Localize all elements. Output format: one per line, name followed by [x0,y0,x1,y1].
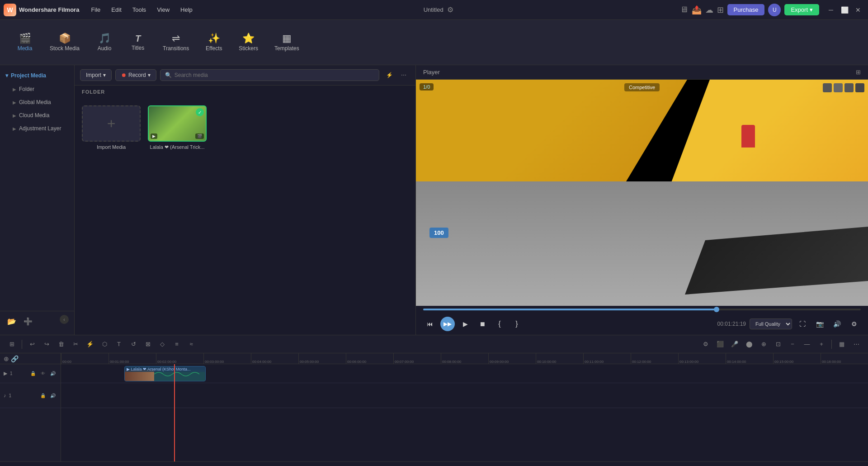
track-1-lock-button[interactable]: 🔒 [29,370,37,378]
record-button[interactable]: ⏺ Record ▾ [115,69,156,81]
text-button[interactable]: T [113,338,125,351]
export-button[interactable]: Export ▾ [784,4,819,15]
collapse-sidebar-button[interactable]: ‹ [60,315,69,324]
bracket-right-icon[interactable]: } [510,317,524,331]
ruler-mark-7: 00:07:00:00 [393,353,441,364]
ripple-button[interactable]: ⚡ [84,338,96,351]
redo-button[interactable]: ↪ [40,338,53,351]
zoom-dash-button[interactable]: — [801,338,813,351]
media-toolbar: Import ▾ ⏺ Record ▾ 🔍 ⚡ ⋯ [75,65,415,86]
sidebar-header-project-media[interactable]: ▾ Project Media [0,69,74,82]
menu-file[interactable]: File [86,5,105,15]
menu-help[interactable]: Help [176,5,197,15]
video-clip-1[interactable]: ▶ Lalala ❤ Arsenal (KShot Monta... [124,366,206,381]
cut-button[interactable]: ✂ [69,338,82,351]
filter-button[interactable]: ⚡ [383,69,396,81]
menu-view[interactable]: View [152,5,174,15]
crop-button[interactable]: ⬡ [98,338,111,351]
speed-button[interactable]: ↺ [127,338,140,351]
marker-button[interactable]: ⬛ [714,338,726,351]
zoom-out-button[interactable]: − [786,338,799,351]
share-icon[interactable]: 📤 [692,5,702,15]
transitions-icon: ⇌ [172,33,180,43]
add-to-timeline-button[interactable]: ⊕ [4,355,9,362]
toolbar-item-stickers[interactable]: ⭐ Stickers [231,30,265,55]
subtitle-button[interactable]: ⊡ [772,338,784,351]
import-media-card[interactable]: + Import Media [82,105,141,150]
keyframe-button[interactable]: ≈ [185,338,198,351]
ruler-mark-16: 00:16:00:00 [821,353,868,364]
ruler-mark-9: 00:09:00:00 [488,353,536,364]
sidebar-item-folder[interactable]: ▶ Folder [2,83,72,95]
track-1-eye-button[interactable]: 👁 [39,370,47,378]
menu-edit[interactable]: Edit [107,5,126,15]
toolbar-item-templates[interactable]: ▦ Templates [267,30,307,55]
close-button[interactable]: ✕ [852,4,864,16]
voiceover-button[interactable]: 🎤 [728,338,741,351]
toolbar-item-transitions[interactable]: ⇌ Transitions [156,30,196,55]
toolbar-item-stock-media[interactable]: 📦 Stock Media [42,30,87,55]
track-1-mute-button[interactable]: 🔊 [49,370,57,378]
timeline-scrollbar[interactable] [0,461,868,466]
search-input[interactable] [175,72,374,78]
import-button[interactable]: Import ▾ [80,69,112,81]
more-button[interactable]: ⋯ [850,338,863,351]
undo-button[interactable]: ↩ [26,338,38,351]
media-grid: + Import Media ▶ ✓ 🎬 Lalala ❤ (Arsenal T… [75,98,415,335]
menu-bar: File Edit Tools View Help [86,5,197,15]
chevron-down-icon: ▾ [810,6,813,13]
audio-icon: 🎵 [99,33,111,43]
volume-button[interactable]: 🔊 [830,317,844,331]
player-expand-icon[interactable]: ⊞ [856,69,861,76]
player-video: 100 Competitive 1/0 [416,80,868,306]
sync-button[interactable]: ⬤ [743,338,755,351]
maximize-button[interactable]: ⬜ [838,4,851,16]
user-avatar[interactable]: U [768,4,781,16]
timeline-grid-button[interactable]: ⊞ [5,338,18,351]
app-logo-icon: W [4,4,16,16]
delete-button[interactable]: 🗑 [55,338,67,351]
toolbar-item-titles[interactable]: T Titles [122,30,154,55]
new-folder-button[interactable]: ➕ [22,315,34,328]
split-button[interactable]: ⊕ [757,338,770,351]
toolbar-item-effects[interactable]: ✨ Effects [198,30,230,55]
play-forward-button[interactable]: ▶ [458,317,472,331]
zoom-in-button[interactable]: + [815,338,828,351]
stop-button[interactable]: ⏹ [476,317,489,331]
toolbar-item-audio[interactable]: 🎵 Audio [89,30,120,55]
purchase-button[interactable]: Purchase [727,4,765,15]
player-scrubber[interactable] [423,309,861,310]
timeline-ruler: ⊕ 🔗 00:00 00:01:00:00 00:02:00:00 00:03:… [0,353,868,364]
bracket-left-icon[interactable]: { [493,317,506,331]
fullscreen-button[interactable]: ⛶ [796,317,809,331]
timeline-link-button[interactable]: 🔗 [11,355,19,362]
audio-track-lock-button[interactable]: 🔒 [39,391,47,399]
layout-button[interactable]: ▦ [835,338,848,351]
ruler-mark-2: 00:02:00:00 [156,353,203,364]
grid-icon[interactable]: ⊞ [717,5,724,15]
screenshot-button[interactable]: 📷 [813,317,826,331]
more-options-button[interactable]: ⋯ [397,69,410,81]
player-timeline[interactable] [416,306,868,313]
add-folder-button[interactable]: 📂 [5,315,18,328]
color-button[interactable]: ≡ [170,338,183,351]
effects-label: Effects [206,45,222,52]
download-icon[interactable]: ☁ [705,5,713,15]
menu-tools[interactable]: Tools [128,5,151,15]
snap-button[interactable]: ⚙ [699,338,712,351]
toolbar-item-media[interactable]: 🎬 Media [9,30,41,55]
sidebar-item-global-media[interactable]: ▶ Global Media [2,96,72,109]
sidebar-item-adjustment-layer[interactable]: ▶ Adjustment Layer [2,122,72,135]
quality-select[interactable]: Full Quality 1/2 Quality 1/4 Quality [750,319,792,329]
minimize-button[interactable]: ─ [825,4,837,16]
play-pause-button[interactable]: ▶▶ [440,317,455,331]
sidebar-item-cloud-media[interactable]: ▶ Cloud Media [2,109,72,122]
stickers-label: Stickers [239,45,258,52]
mask-button[interactable]: ◇ [156,338,169,351]
monitor-icon[interactable]: 🖥 [680,5,688,14]
transform-button[interactable]: ⊠ [142,338,154,351]
settings-button[interactable]: ⚙ [847,317,861,331]
video-card-1[interactable]: ▶ ✓ 🎬 Lalala ❤ (Arsenal Trick... [148,105,207,150]
audio-track-mute-button[interactable]: 🔊 [49,391,57,399]
skip-back-button[interactable]: ⏮ [423,317,437,331]
